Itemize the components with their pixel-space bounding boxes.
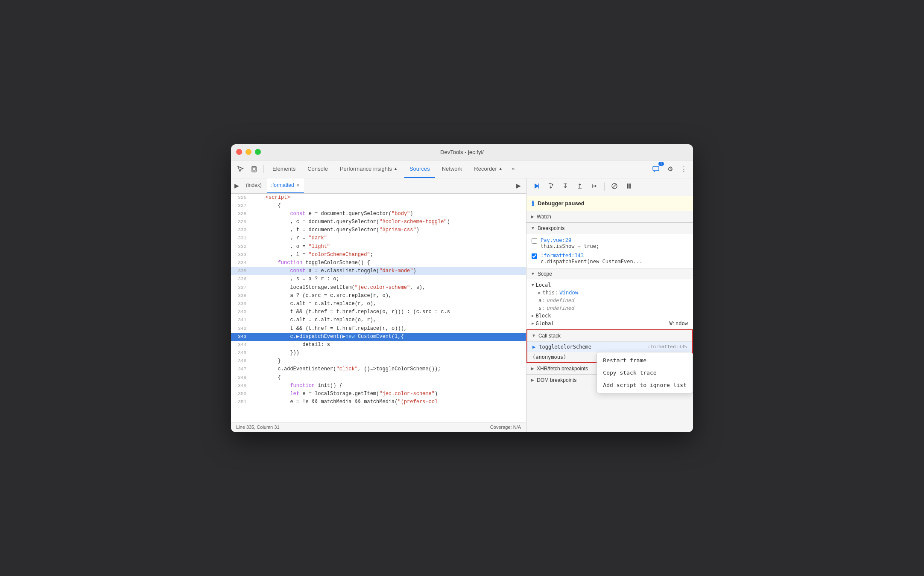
- svg-rect-3: [653, 166, 659, 171]
- code-line-336: 336 , s = a ? r : o;: [231, 275, 526, 283]
- editor-tabs: ▶ (index) :formatted ✕ ▶: [231, 178, 526, 194]
- titlebar-buttons: [236, 149, 261, 155]
- block-arrow-icon: ▶: [532, 314, 534, 318]
- editor-more-button[interactable]: ▶: [513, 180, 524, 191]
- code-line-341: 341 c.alt = c.alt.replace(o, r),: [231, 316, 526, 324]
- code-line-331: 331 , r = "dark": [231, 234, 526, 242]
- right-panel: ℹ Debugger paused ▶ Watch ▼ Breakpoints: [526, 178, 693, 432]
- breakpoints-section-header[interactable]: ▼ Breakpoints: [526, 223, 693, 234]
- step-out-button[interactable]: [573, 180, 586, 193]
- code-line-350: 350 let e = localStorage.getItem("jec.co…: [231, 390, 526, 398]
- pause-exceptions-button[interactable]: [623, 180, 635, 193]
- tab-console[interactable]: Console: [302, 160, 333, 178]
- code-line-340: 340 t && (t.href = t.href.replace(o, r))…: [231, 308, 526, 316]
- tab-network[interactable]: Network: [437, 160, 468, 178]
- call-stack-item-1[interactable]: ▶ toggleColorScheme :formatted:335: [527, 342, 692, 352]
- tab-recorder[interactable]: Recorder ▲: [469, 160, 507, 178]
- code-line-338: 338 a ? (c.src = c.src.replace(r, o),: [231, 292, 526, 300]
- breakpoint-item-1: Pay.vue:29 this.isShow = true;: [526, 236, 693, 251]
- breakpoints-content: Pay.vue:29 this.isShow = true; :formatte…: [526, 234, 693, 268]
- maximize-button[interactable]: [255, 149, 261, 155]
- breakpoints-section: ▼ Breakpoints Pay.vue:29 this.isShow = t…: [526, 223, 693, 268]
- right-panel-scroll[interactable]: ℹ Debugger paused ▶ Watch ▼ Breakpoints: [526, 196, 693, 432]
- step-into-button[interactable]: [559, 180, 572, 193]
- breakpoint-code-1: this.isShow = true;: [541, 243, 599, 249]
- step-over-button[interactable]: [544, 180, 557, 193]
- scope-section-header[interactable]: ▼ Scope: [526, 268, 693, 279]
- code-line-346: 346 }: [231, 357, 526, 365]
- toolbar-right: 1 ⚙ ⋮: [649, 163, 690, 175]
- code-line-328: 328 const e = document.querySelector("bo…: [231, 210, 526, 218]
- global-arrow-icon: ▶: [532, 321, 534, 326]
- statusbar: Line 335, Column 31 Coverage: N/A: [231, 422, 526, 432]
- step-button[interactable]: [588, 180, 601, 193]
- deactivate-breakpoints-button[interactable]: [608, 180, 621, 193]
- scope-content: ▼ Local ▶ this: Window a: undefined: [526, 279, 693, 329]
- editor-panel: ▶ (index) :formatted ✕ ▶ 326 <script>: [231, 178, 526, 432]
- tab-elements[interactable]: Elements: [267, 160, 301, 178]
- devtools-window: DevTools - jec.fyi/ Elements Console Per…: [231, 144, 693, 432]
- chat-button[interactable]: 1: [649, 163, 662, 175]
- debugger-toolbar: [526, 178, 693, 196]
- toolbar-separator-1: [263, 165, 264, 173]
- call-stack-section: ▼ Call stack ▶ toggleColorScheme :format…: [526, 329, 693, 363]
- breakpoint-location-1: Pay.vue:29: [541, 237, 599, 243]
- svg-marker-4: [535, 183, 539, 189]
- code-editor[interactable]: 326 <script> 327 { 328 const e = documen…: [231, 194, 526, 422]
- code-line-329: 329 , c = document.querySelector("#color…: [231, 218, 526, 226]
- code-line-326: 326 <script>: [231, 194, 526, 202]
- svg-rect-9: [629, 183, 631, 189]
- device-mode-icon[interactable]: [248, 164, 260, 174]
- code-line-337: 337 localStorage.setItem("jec.color-sche…: [231, 284, 526, 292]
- tab-formatted[interactable]: :formatted ✕: [267, 178, 304, 194]
- code-line-332: 332 , o = "light": [231, 243, 526, 251]
- main-content: ▶ (index) :formatted ✕ ▶ 326 <script>: [231, 178, 693, 432]
- tab-sources[interactable]: Sources: [404, 160, 435, 178]
- overflow-button[interactable]: ⋮: [678, 163, 690, 175]
- current-frame-icon: ▶: [532, 344, 535, 350]
- resume-button[interactable]: [530, 180, 543, 193]
- dom-arrow-icon: ▶: [531, 378, 534, 382]
- more-tabs-button[interactable]: »: [509, 164, 518, 174]
- scope-block-header[interactable]: ▶ Block: [526, 312, 693, 320]
- svg-rect-1: [253, 167, 255, 170]
- breakpoints-arrow-icon: ▼: [531, 226, 535, 230]
- breakpoint-checkbox-2[interactable]: [532, 253, 537, 259]
- code-line-334: 334 function toggleColorScheme() {: [231, 259, 526, 267]
- call-stack-header[interactable]: ▼ Call stack: [527, 330, 692, 342]
- code-line-348: 348 {: [231, 374, 526, 382]
- scope-global-header[interactable]: ▶ Global Window: [526, 320, 693, 327]
- inspect-element-icon[interactable]: [234, 164, 246, 174]
- code-line-327: 327 {: [231, 202, 526, 210]
- watch-section-header[interactable]: ▶ Watch: [526, 211, 693, 222]
- local-arrow-icon: ▼: [532, 283, 534, 287]
- code-line-349: 349 function init() {: [231, 382, 526, 390]
- context-menu-restart-frame[interactable]: Restart frame: [597, 354, 693, 367]
- debugger-paused-banner: ℹ Debugger paused: [526, 196, 693, 211]
- coverage-status: Coverage: N/A: [490, 425, 521, 430]
- context-menu-copy-stack-trace[interactable]: Copy stack trace: [597, 367, 693, 379]
- call-stack-arrow-icon: ▼: [532, 333, 536, 338]
- code-line-345: 345 })): [231, 349, 526, 357]
- file-tree-toggle[interactable]: ▶: [233, 180, 241, 191]
- call-stack-item-2[interactable]: (anonymous) Restart frame Copy stack tra…: [527, 352, 692, 362]
- close-tab-formatted-icon[interactable]: ✕: [296, 183, 300, 188]
- code-line-335: 335 const a = e.classList.toggle("dark-m…: [231, 267, 526, 275]
- context-menu-add-to-ignore[interactable]: Add script to ignore list: [597, 379, 693, 391]
- main-toolbar: Elements Console Performance insights ▲ …: [231, 160, 693, 178]
- code-line-343: 343 c.▶dispatchEvent(▶new CustomEvent(l,…: [231, 333, 526, 341]
- breakpoint-checkbox-1[interactable]: [532, 238, 537, 244]
- svg-rect-5: [538, 183, 539, 189]
- breakpoint-code-2: c.dispatchEvent(new CustomEven...: [541, 259, 642, 265]
- settings-button[interactable]: ⚙: [665, 163, 675, 175]
- svg-point-2: [254, 171, 254, 172]
- scope-s: s: undefined: [526, 304, 693, 312]
- tab-performance[interactable]: Performance insights ▲: [335, 160, 403, 178]
- minimize-button[interactable]: [246, 149, 251, 155]
- code-line-351: 351 e = !e && matchMedia && matchMedia("…: [231, 398, 526, 406]
- tab-index[interactable]: (index): [242, 178, 266, 194]
- scope-local-header[interactable]: ▼ Local: [526, 281, 693, 289]
- scope-this: ▶ this: Window: [526, 289, 693, 297]
- close-button[interactable]: [236, 149, 242, 155]
- code-line-333: 333 , l = "colorSchemeChanged";: [231, 251, 526, 259]
